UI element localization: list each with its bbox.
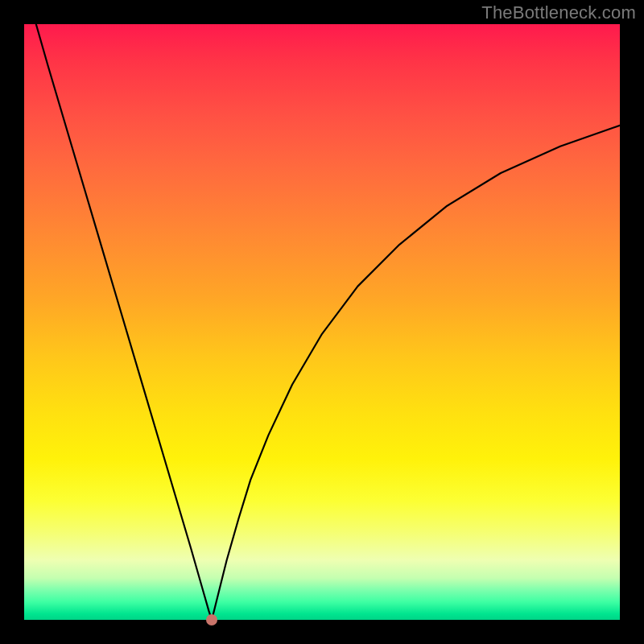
outer-black-frame: TheBottleneck.com — [0, 0, 644, 644]
curve-right-arm — [212, 126, 620, 620]
watermark-text: TheBottleneck.com — [481, 2, 636, 23]
curve-svg — [24, 24, 620, 620]
minimum-marker-icon — [206, 614, 217, 625]
plot-area — [24, 24, 620, 620]
curve-left-arm — [36, 24, 212, 620]
